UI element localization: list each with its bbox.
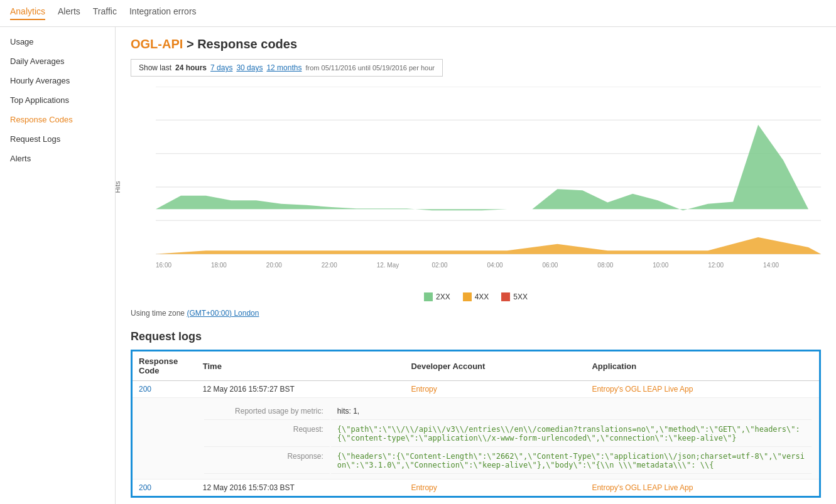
legend-label-5xx: 5XX <box>513 292 528 301</box>
title-separator: > <box>183 37 197 51</box>
current-time-period: 24 hours <box>175 63 207 72</box>
svg-text:08:00: 08:00 <box>597 262 613 269</box>
sidebar-item-hourly-averages[interactable]: Hourly Averages <box>0 71 115 90</box>
legend-box-4xx <box>463 292 472 301</box>
response-code-cell[interactable]: 200 <box>132 480 197 497</box>
page-subtitle: Response codes <box>197 37 297 51</box>
top-nav: Analytics Alerts Traffic Integration err… <box>0 0 836 27</box>
chart-legend: 2XX 4XX 5XX <box>131 292 821 301</box>
2xx-area <box>156 125 821 211</box>
svg-text:06:00: 06:00 <box>542 262 558 269</box>
nav-analytics[interactable]: Analytics <box>10 6 45 20</box>
30-days-link[interactable]: 30 days <box>236 63 263 72</box>
svg-text:02:00: 02:00 <box>432 262 448 269</box>
time-cell: 12 May 2016 15:57:27 BST <box>197 381 405 398</box>
time-cell: 12 May 2016 15:57:03 BST <box>197 480 405 497</box>
show-last-label: Show last <box>139 63 171 72</box>
4xx-area <box>156 237 821 254</box>
svg-text:20:00: 20:00 <box>266 262 282 269</box>
svg-text:18:00: 18:00 <box>211 262 227 269</box>
nav-alerts[interactable]: Alerts <box>58 6 80 20</box>
nav-traffic[interactable]: Traffic <box>93 6 117 20</box>
chart-container: 2500 2000 1500 1000 500 0 16:00 18:00 20… <box>156 87 821 287</box>
timezone-info: Using time zone (GMT+00:00) London <box>131 309 821 318</box>
page-title: OGL-API > Response codes <box>131 37 821 51</box>
api-name: OGL-API <box>131 37 183 51</box>
app-link[interactable]: Entropy's OGL LEAP Live App <box>592 483 693 492</box>
col-response-code: Response Code <box>132 351 197 381</box>
layout: Usage Daily Averages Hourly Averages Top… <box>0 27 836 504</box>
request-label: Request: <box>204 421 330 447</box>
nav-integration-errors[interactable]: Integration errors <box>129 6 197 20</box>
legend-5xx: 5XX <box>501 292 528 301</box>
12-months-link[interactable]: 12 months <box>266 63 301 72</box>
legend-box-2xx <box>424 292 433 301</box>
developer-link[interactable]: Entropy <box>411 385 437 394</box>
request-table: Response Code Time Developer Account App… <box>131 350 821 498</box>
col-developer: Developer Account <box>404 351 585 381</box>
metric-value: hits: 1, <box>331 403 812 420</box>
table-row: 200 12 May 2016 15:57:03 BST Entropy Ent… <box>132 480 820 497</box>
table-row-detail: Reported usage by metric: hits: 1, Reque… <box>132 398 820 480</box>
chart-wrapper: Hits 2500 2000 1500 1000 500 0 <box>131 87 821 287</box>
metric-label: Reported usage by metric: <box>204 403 330 420</box>
y-axis-label: Hits <box>116 181 121 193</box>
svg-text:12:00: 12:00 <box>708 262 724 269</box>
col-application: Application <box>585 351 820 381</box>
sidebar-item-daily-averages[interactable]: Daily Averages <box>0 51 115 71</box>
timezone-link[interactable]: (GMT+00:00) London <box>187 309 259 318</box>
main-content: OGL-API > Response codes Show last 24 ho… <box>116 27 836 504</box>
sidebar-item-usage[interactable]: Usage <box>0 32 115 51</box>
sidebar: Usage Daily Averages Hourly Averages Top… <box>0 27 116 504</box>
svg-text:22:00: 22:00 <box>322 262 337 269</box>
chart-svg: 2500 2000 1500 1000 500 0 16:00 18:00 20… <box>156 87 821 287</box>
legend-4xx: 4XX <box>463 292 489 301</box>
section-title: Request logs <box>131 330 821 343</box>
table-row: 200 12 May 2016 15:57:27 BST Entropy Ent… <box>132 381 820 398</box>
date-range-meta: from 05/11/2016 until 05/19/2016 per hou… <box>305 64 434 72</box>
sidebar-item-alerts[interactable]: Alerts <box>0 149 115 168</box>
svg-text:14:00: 14:00 <box>763 262 779 269</box>
sidebar-item-top-applications[interactable]: Top Applications <box>0 90 115 110</box>
sidebar-item-request-logs[interactable]: Request Logs <box>0 129 115 149</box>
svg-text:04:00: 04:00 <box>487 262 503 269</box>
developer-link[interactable]: Entropy <box>411 483 437 492</box>
response-code-cell[interactable]: 200 <box>132 381 197 398</box>
7-days-link[interactable]: 7 days <box>210 63 232 72</box>
legend-label-2xx: 2XX <box>436 292 450 301</box>
legend-label-4xx: 4XX <box>475 292 489 301</box>
svg-text:10:00: 10:00 <box>653 262 668 269</box>
time-controls: Show last 24 hours 7 days 30 days 12 mon… <box>131 59 443 77</box>
legend-2xx: 2XX <box>424 292 450 301</box>
svg-text:12. May: 12. May <box>377 262 399 269</box>
sidebar-item-response-codes[interactable]: Response Codes <box>0 110 115 129</box>
legend-box-5xx <box>501 292 510 301</box>
app-link[interactable]: Entropy's OGL LEAP Live App <box>592 385 693 394</box>
request-value: {\"path\":\"\\/\\/api\\/v3\\/entries\\/e… <box>331 421 812 447</box>
col-time: Time <box>197 351 405 381</box>
response-value: {\"headers\":{\"Content-Length\":\"2662\… <box>331 448 812 474</box>
svg-text:16:00: 16:00 <box>156 262 171 269</box>
response-label: Response: <box>204 448 330 474</box>
